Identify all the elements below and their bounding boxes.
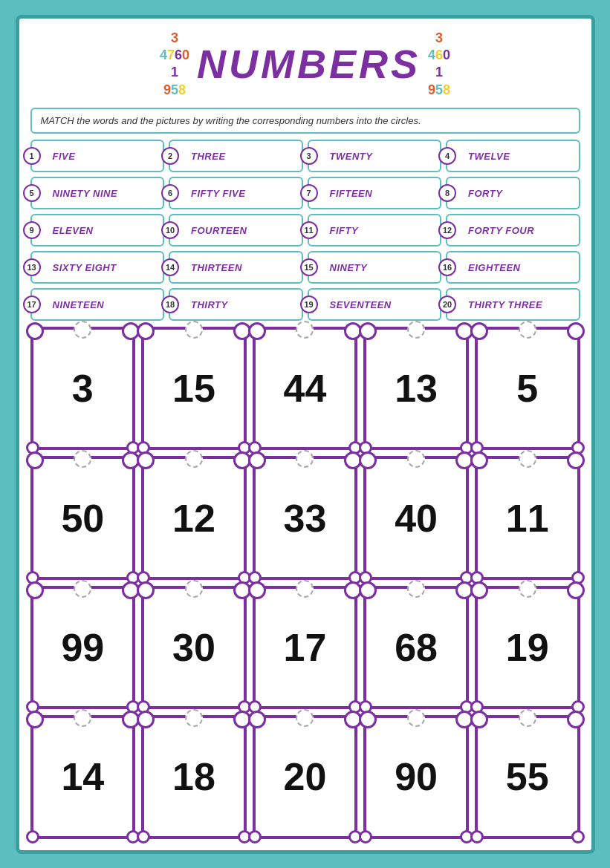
word-text: FORTY [468, 188, 502, 199]
word-text: FORTY FOUR [468, 225, 534, 236]
word-cell: 20 THIRTY THREE [446, 288, 580, 321]
picture-number: 19 [506, 628, 549, 667]
write-circle[interactable] [519, 580, 536, 598]
picture-number: 40 [395, 499, 438, 538]
word-cell: 10 FOURTEEN [169, 214, 303, 247]
word-num: 16 [438, 258, 456, 276]
picture-cell: 14 [30, 715, 136, 838]
corner-circle-bl [248, 830, 262, 843]
word-text: NINETY NINE [53, 188, 118, 199]
word-cell: 15 NINETY [308, 251, 442, 284]
word-text: FIFTY FIVE [191, 188, 245, 199]
write-circle[interactable] [407, 709, 425, 727]
picture-number: 68 [395, 628, 438, 667]
picture-cell: 5 [475, 327, 580, 450]
word-num: 18 [161, 296, 179, 313]
write-circle[interactable] [74, 450, 91, 468]
word-cell: 6 FIFTY FIVE [169, 177, 303, 209]
word-cell: 2 THREE [169, 140, 303, 172]
picture-number: 12 [172, 499, 215, 538]
picture-cell: 99 [30, 586, 136, 709]
picture-number: 5 [516, 369, 538, 408]
deco-right: 3460 1958 [428, 30, 450, 99]
word-num: 6 [161, 184, 179, 202]
instruction: MATCH the words and the pictures by writ… [30, 108, 580, 134]
picture-cell: 30 [141, 586, 247, 709]
word-text: THIRTY THREE [468, 299, 542, 310]
picture-cell: 3 [30, 327, 136, 450]
picture-cell: 18 [141, 715, 247, 838]
picture-cell: 17 [253, 586, 358, 709]
picture-cell: 15 [141, 327, 247, 450]
word-cell: 18 THIRTY [169, 288, 303, 321]
write-circle[interactable] [296, 709, 314, 727]
picture-cell: 19 [475, 586, 580, 709]
corner-circle-bl [26, 830, 39, 843]
word-cell: 8 FORTY [446, 177, 580, 209]
word-cell: 4 TWELVE [446, 140, 580, 172]
corner-circle-bl [359, 830, 372, 843]
picture-cell: 90 [363, 715, 469, 838]
picture-cell: 11 [475, 456, 580, 579]
picture-number: 18 [172, 757, 215, 796]
word-text: SEVENTEEN [330, 299, 392, 310]
picture-number: 15 [172, 369, 215, 408]
picture-number: 55 [506, 757, 549, 796]
corner-circle-br [571, 830, 585, 843]
write-circle[interactable] [74, 580, 91, 598]
write-circle[interactable] [296, 321, 314, 339]
write-circle[interactable] [185, 450, 203, 468]
word-num: 5 [23, 184, 41, 202]
word-num: 19 [300, 296, 318, 313]
word-num: 4 [438, 147, 456, 165]
word-num: 17 [23, 296, 41, 313]
word-num: 8 [438, 184, 456, 202]
word-num: 13 [23, 258, 41, 276]
word-text: TWENTY [330, 151, 373, 162]
picture-number: 17 [284, 628, 327, 667]
word-text: FIFTEEN [330, 188, 373, 199]
word-text: SIXTY EIGHT [53, 262, 117, 273]
word-grid: 1 FIVE 2 THREE 3 TWENTY 4 TWELVE 5 NINET… [30, 140, 580, 321]
write-circle[interactable] [519, 450, 536, 468]
write-circle[interactable] [296, 580, 314, 598]
picture-cell: 13 [363, 327, 469, 450]
word-cell: 12 FORTY FOUR [446, 214, 580, 247]
picture-number: 30 [172, 628, 215, 667]
word-num: 14 [161, 258, 179, 276]
word-cell: 3 TWENTY [308, 140, 442, 172]
word-cell: 9 ELEVEN [30, 214, 165, 247]
picture-cell: 50 [30, 456, 136, 579]
write-circle[interactable] [74, 709, 91, 727]
word-num: 2 [161, 147, 179, 165]
picture-number: 50 [61, 499, 104, 538]
write-circle[interactable] [519, 321, 536, 339]
word-text: TWELVE [468, 151, 510, 162]
write-circle[interactable] [407, 321, 425, 339]
write-circle[interactable] [296, 450, 314, 468]
picture-cell: 33 [253, 456, 358, 579]
word-cell: 7 FIFTEEN [308, 177, 442, 209]
deco-left: 34760 1958 [160, 30, 189, 99]
word-cell: 13 SIXTY EIGHT [30, 251, 165, 284]
word-text: THIRTY [191, 299, 228, 310]
word-text: THREE [191, 151, 226, 162]
write-circle[interactable] [185, 580, 203, 598]
write-circle[interactable] [407, 580, 425, 598]
write-circle[interactable] [185, 321, 203, 339]
word-cell: 19 SEVENTEEN [308, 288, 442, 321]
picture-number: 14 [61, 757, 104, 796]
write-circle[interactable] [519, 709, 536, 727]
write-circle[interactable] [74, 321, 91, 339]
word-num: 12 [438, 221, 456, 239]
picture-number: 44 [284, 369, 327, 408]
picture-number: 33 [284, 499, 327, 538]
picture-number: 11 [506, 499, 549, 538]
word-num: 10 [161, 221, 179, 239]
page-title: NUMBERS [197, 41, 421, 87]
write-circle[interactable] [407, 450, 425, 468]
word-num: 15 [300, 258, 318, 276]
picture-number: 20 [284, 757, 327, 796]
word-num: 3 [300, 147, 318, 165]
write-circle[interactable] [185, 709, 203, 727]
